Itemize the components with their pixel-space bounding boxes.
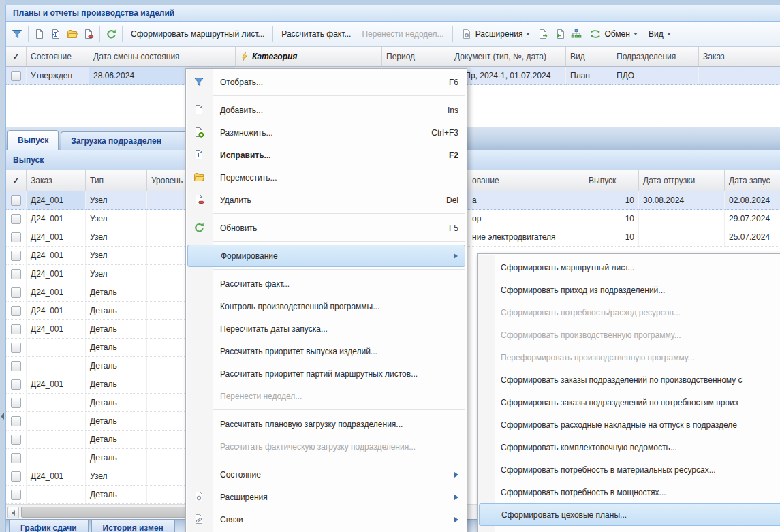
submenu-item-reform-production-program[interactable]: Переформировать производственную програм… (479, 346, 780, 369)
submenu-item-production-program[interactable]: Сформировать производственную программу.… (479, 324, 780, 346)
column-header-period[interactable]: Период (382, 47, 450, 66)
column-header-category[interactable]: Категория (236, 47, 382, 66)
menu-item-move[interactable]: Переместить... (187, 166, 465, 189)
row-checkbox[interactable] (11, 251, 21, 261)
export-button[interactable] (535, 26, 552, 42)
menu-item-filter[interactable]: Отобрать...F6 (187, 71, 465, 93)
column-header-state[interactable]: Состояние (27, 47, 89, 66)
column-header-departments[interactable]: Подразделения (612, 47, 699, 66)
column-header-ship-date[interactable]: Дата отгрузки (639, 170, 725, 191)
column-header-kind[interactable]: Вид (566, 47, 612, 66)
column-header-order[interactable]: Заказ (27, 170, 86, 191)
row-checkbox[interactable] (11, 306, 21, 316)
submenu-item-route-sheet[interactable]: Сформировать маршрутный лист... (479, 256, 780, 279)
submenu-item-picking-list[interactable]: Сформировать комплектовочную ведомость..… (479, 436, 780, 458)
menu-item-duplicate[interactable]: Размножить...Ctrl+F3 (187, 121, 465, 144)
menu-item-carry-backlog[interactable]: Перенести недодел... (187, 385, 465, 407)
row-checkbox[interactable] (11, 287, 21, 298)
menu-item-links[interactable]: Связи (187, 508, 465, 531)
chevron-down-icon (634, 33, 638, 35)
row-checkbox[interactable] (11, 214, 21, 224)
submenu-item-resource-demand[interactable]: Сформировать потребность/расход ресурсов… (479, 301, 780, 324)
structure-button[interactable] (568, 26, 584, 42)
view-dropdown[interactable]: Вид (643, 27, 676, 42)
submenu-item-capacity-demand[interactable]: Сформировать потребность в мощностях... (479, 481, 780, 503)
delete-button[interactable] (80, 26, 97, 42)
column-header-type[interactable]: Тип (86, 170, 147, 191)
table-row[interactable]: ние электродвигателя 10 25.07.2024 (468, 228, 780, 247)
carry-backlog-button[interactable]: Перенести недодел... (356, 27, 449, 42)
row-checkbox[interactable] (11, 195, 21, 206)
column-header-name[interactable]: ование (468, 170, 584, 191)
menu-item-calc-output-priority[interactable]: Рассчитать приоритет выпуска изделий... (187, 340, 465, 362)
menu-separator (187, 269, 465, 270)
route-sheet-button[interactable]: Сформировать маршрутный лист... (125, 27, 270, 42)
submenu-item-income-from-departments[interactable]: Сформировать приход из подразделений... (479, 279, 780, 301)
row-checkbox[interactable] (11, 232, 21, 242)
column-header-output[interactable]: Выпуск (584, 170, 639, 191)
menu-item-production-program-control[interactable]: Контроль производственной программы... (187, 295, 465, 317)
edit-button[interactable] (48, 26, 64, 42)
tab-vypusk[interactable]: Выпуск (7, 130, 59, 150)
menu-item-calc-planned-load[interactable]: Рассчитать плановую загрузку подразделен… (187, 413, 465, 435)
scroll-left-button[interactable] (7, 507, 19, 518)
row-checkbox[interactable] (11, 324, 21, 334)
extensions-dropdown[interactable]: Расширения (456, 26, 536, 42)
select-all-column-header[interactable]: ✓ (6, 47, 27, 66)
column-header-document[interactable]: Документ (тип, №, дата) (450, 47, 566, 66)
context-menu: Отобрать...F6 Добавить...Ins Размножить.… (185, 68, 467, 532)
menu-item-delete[interactable]: УдалитьDel (187, 189, 465, 211)
vypusk-grid-header-right: ование Выпуск Дата отгрузки Дата запус (468, 170, 780, 191)
tab-grafik-sdachi[interactable]: График сдачи (9, 520, 89, 532)
menu-item-calc-fact[interactable]: Рассчитать факт... (187, 272, 465, 295)
table-row[interactable]: а 10 30.08.2024 02.08.2024 (468, 191, 780, 210)
panel-splitter-collapse-icon[interactable] (1, 413, 4, 420)
add-button[interactable] (31, 26, 48, 42)
menu-item-recalc-launch-dates[interactable]: Пересчитать даты запуска... (187, 317, 465, 340)
table-row[interactable]: ор 10 29.07.2024 (468, 210, 780, 228)
menu-item-edit[interactable]: Исправить...F2 (187, 144, 465, 166)
row-checkbox[interactable] (11, 490, 21, 500)
submenu-item-orders-by-production[interactable]: Сформировать заказы подразделений по про… (479, 369, 780, 391)
import-button[interactable] (552, 26, 568, 42)
copy-document-icon (193, 127, 204, 138)
submenu-arrow-icon (454, 495, 458, 500)
submenu-item-shop-plans[interactable]: Сформировать цеховые планы... (479, 503, 780, 526)
submenu-item-expense-invoices[interactable]: Сформировать расходные накладные на отпу… (479, 413, 780, 436)
column-header-state-date[interactable]: Дата смены состояния (89, 47, 236, 66)
row-checkbox[interactable] (11, 416, 21, 426)
row-checkbox[interactable] (11, 435, 21, 445)
column-header-launch-date[interactable]: Дата запус (725, 170, 780, 191)
select-all-column-header[interactable]: ✓ (6, 170, 27, 191)
menu-item-formirovanie[interactable]: Формирование (187, 245, 465, 267)
menu-item-add[interactable]: Добавить...Ins (187, 99, 465, 121)
calc-fact-button[interactable]: Рассчитать факт... (276, 27, 356, 42)
menu-separator (187, 241, 465, 242)
row-checkbox[interactable] (11, 453, 21, 463)
row-checkbox[interactable] (11, 361, 21, 371)
row-checkbox[interactable] (11, 269, 21, 279)
move-button[interactable] (64, 26, 80, 42)
row-checkbox[interactable] (11, 398, 21, 408)
submenu-item-material-demand[interactable]: Сформировать потребность в материальных … (479, 458, 780, 481)
column-header-order[interactable]: Заказ (699, 47, 780, 66)
row-checkbox[interactable] (11, 471, 21, 482)
toolbar-separator (122, 26, 123, 42)
tab-istoriya-izmeneniy[interactable]: История измен (91, 520, 175, 532)
menu-item-extensions[interactable]: Расширения (187, 486, 465, 508)
row-checkbox[interactable] (11, 71, 21, 81)
refresh-button[interactable] (103, 26, 119, 42)
menu-item-state[interactable]: Состояние (187, 463, 465, 486)
row-checkbox[interactable] (11, 343, 21, 353)
menu-item-refresh[interactable]: ОбновитьF5 (187, 217, 465, 239)
tab-zagruzka-podrazdeleniy[interactable]: Загрузка подразделен (61, 131, 194, 150)
exchange-dropdown[interactable]: Обмен (584, 26, 643, 42)
row-checkbox[interactable] (11, 379, 21, 390)
submenu-item-orders-by-demand[interactable]: Сформировать заказы подразделений по пот… (479, 391, 780, 413)
menu-item-calc-batch-priority[interactable]: Рассчитать приоритет партий маршрутных л… (187, 362, 465, 385)
menu-item-calc-actual-load[interactable]: Рассчитать фактическую загрузку подразде… (187, 435, 465, 458)
filter-icon (12, 29, 22, 40)
filter-button[interactable] (9, 26, 25, 42)
submenu-arrow-icon (454, 517, 458, 522)
submenu-item-delivery-schedule[interactable]: Сформировать график сдачи... (479, 526, 780, 532)
